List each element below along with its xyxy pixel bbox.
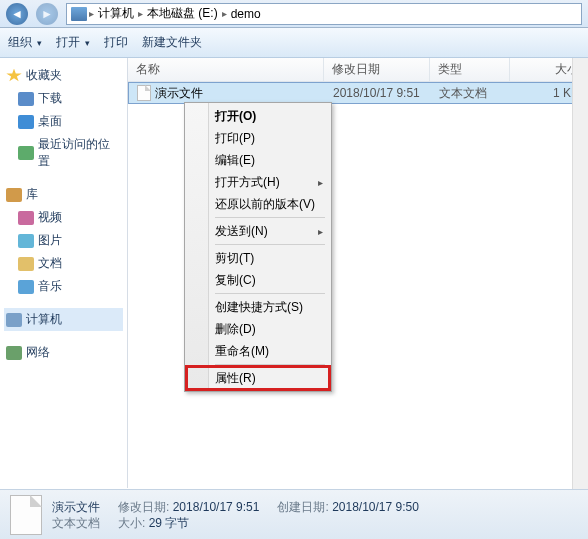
sidebar-item-pictures[interactable]: 图片 <box>4 229 123 252</box>
ctx-restore-versions[interactable]: 还原以前的版本(V) <box>187 193 329 215</box>
print-button[interactable]: 打印 <box>104 34 128 51</box>
sidebar-label: 库 <box>26 186 38 203</box>
sidebar-item-recent[interactable]: 最近访问的位置 <box>4 133 123 173</box>
library-icon <box>6 188 22 202</box>
sidebar-item-label: 最近访问的位置 <box>38 136 121 170</box>
recent-icon <box>18 146 34 160</box>
breadcrumb-drive[interactable]: 本地磁盘 (E:) <box>145 5 220 22</box>
details-created-label: 创建日期: <box>277 500 328 514</box>
nav-back-button[interactable]: ◄ <box>4 3 30 25</box>
breadcrumb-root[interactable]: 计算机 <box>96 5 136 22</box>
sidebar-item-label: 视频 <box>38 209 62 226</box>
column-date[interactable]: 修改日期 <box>324 58 430 81</box>
sidebar-label: 计算机 <box>26 311 62 328</box>
sidebar-item-desktop[interactable]: 桌面 <box>4 110 123 133</box>
toolbar: 组织 打开 打印 新建文件夹 <box>0 28 588 58</box>
sidebar-network[interactable]: 网络 <box>4 341 123 364</box>
computer-icon <box>6 313 22 327</box>
sidebar-label: 收藏夹 <box>26 67 62 84</box>
ctx-cut[interactable]: 剪切(T) <box>187 247 329 269</box>
document-icon <box>18 257 34 271</box>
separator <box>215 244 325 245</box>
address-bar[interactable]: ▸ 计算机 ▸ 本地磁盘 (E:) ▸ demo <box>66 3 582 25</box>
file-icon <box>137 85 151 101</box>
music-icon <box>18 280 34 294</box>
network-icon <box>6 346 22 360</box>
details-size-label: 大小: <box>118 516 145 530</box>
file-icon-large <box>10 495 42 535</box>
details-modified: 2018/10/17 9:51 <box>173 500 260 514</box>
ctx-edit[interactable]: 编辑(E) <box>187 149 329 171</box>
sidebar-item-videos[interactable]: 视频 <box>4 206 123 229</box>
ctx-delete[interactable]: 删除(D) <box>187 318 329 340</box>
sidebar-item-downloads[interactable]: 下载 <box>4 87 123 110</box>
ctx-open-with[interactable]: 打开方式(H) <box>187 171 329 193</box>
vertical-scrollbar[interactable] <box>572 58 588 489</box>
sidebar-computer[interactable]: 计算机 <box>4 308 123 331</box>
separator <box>215 364 325 365</box>
nav-forward-button[interactable]: ► <box>34 3 60 25</box>
ctx-create-shortcut[interactable]: 创建快捷方式(S) <box>187 296 329 318</box>
chevron-right-icon: ▸ <box>89 8 94 19</box>
sidebar-item-label: 图片 <box>38 232 62 249</box>
separator <box>215 217 325 218</box>
context-menu: 打开(O) 打印(P) 编辑(E) 打开方式(H) 还原以前的版本(V) 发送到… <box>184 102 332 392</box>
titlebar: ◄ ► ▸ 计算机 ▸ 本地磁盘 (E:) ▸ demo <box>0 0 588 28</box>
ctx-copy[interactable]: 复制(C) <box>187 269 329 291</box>
drive-icon <box>71 7 87 21</box>
details-created: 2018/10/17 9:50 <box>332 500 419 514</box>
sidebar-item-label: 音乐 <box>38 278 62 295</box>
download-icon <box>18 92 34 106</box>
details-typeline: 文本文档 <box>52 515 100 531</box>
column-name[interactable]: 名称 <box>128 58 324 81</box>
file-type: 文本文档 <box>431 85 511 102</box>
ctx-open[interactable]: 打开(O) <box>187 105 329 127</box>
column-headers: 名称 修改日期 类型 大小 <box>128 58 588 82</box>
sidebar-item-documents[interactable]: 文档 <box>4 252 123 275</box>
details-modified-label: 修改日期: <box>118 500 169 514</box>
sidebar: 收藏夹 下载 桌面 最近访问的位置 库 视频 图片 文档 音乐 计算机 网络 <box>0 58 128 488</box>
ctx-print[interactable]: 打印(P) <box>187 127 329 149</box>
column-type[interactable]: 类型 <box>430 58 510 81</box>
sidebar-item-music[interactable]: 音乐 <box>4 275 123 298</box>
sidebar-item-label: 下载 <box>38 90 62 107</box>
chevron-right-icon: ▸ <box>222 8 227 19</box>
sidebar-favorites[interactable]: 收藏夹 <box>4 64 123 87</box>
ctx-rename[interactable]: 重命名(M) <box>187 340 329 362</box>
sidebar-libraries[interactable]: 库 <box>4 183 123 206</box>
sidebar-item-label: 桌面 <box>38 113 62 130</box>
star-icon <box>6 69 22 83</box>
new-folder-button[interactable]: 新建文件夹 <box>142 34 202 51</box>
picture-icon <box>18 234 34 248</box>
details-pane: 演示文件 修改日期: 2018/10/17 9:51 创建日期: 2018/10… <box>0 489 588 539</box>
file-date: 2018/10/17 9:51 <box>325 86 431 100</box>
desktop-icon <box>18 115 34 129</box>
open-button[interactable]: 打开 <box>56 34 90 51</box>
details-filename: 演示文件 <box>52 499 100 515</box>
file-name: 演示文件 <box>155 85 203 102</box>
chevron-right-icon: ▸ <box>138 8 143 19</box>
video-icon <box>18 211 34 225</box>
separator <box>215 293 325 294</box>
organize-button[interactable]: 组织 <box>8 34 42 51</box>
breadcrumb-folder[interactable]: demo <box>229 7 263 21</box>
sidebar-item-label: 文档 <box>38 255 62 272</box>
ctx-properties[interactable]: 属性(R) <box>187 367 329 389</box>
ctx-send-to[interactable]: 发送到(N) <box>187 220 329 242</box>
details-size: 29 字节 <box>149 516 190 530</box>
file-row[interactable]: 演示文件 2018/10/17 9:51 文本文档 1 KB <box>128 82 588 104</box>
sidebar-label: 网络 <box>26 344 50 361</box>
